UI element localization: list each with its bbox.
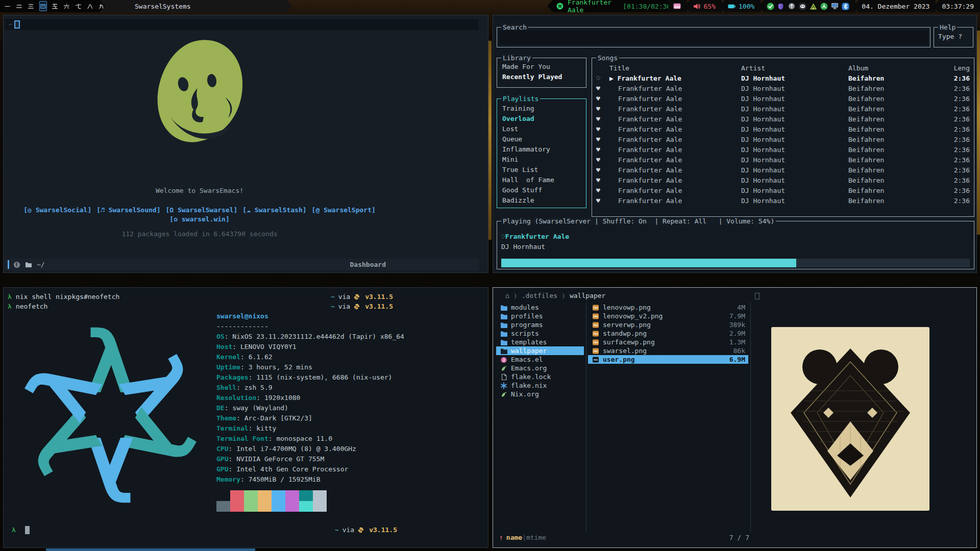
heart-icon[interactable]: ♥ (596, 94, 609, 104)
song-row[interactable]: ♥ Frankfurter Aale DJ Hornhaut Beifahren… (592, 94, 974, 104)
playlist-item[interactable]: Mini (497, 155, 586, 165)
playlist-item[interactable]: Hall of Fame (497, 175, 586, 185)
breadcrumb-segment-current[interactable]: wallpaper (570, 292, 605, 299)
tent-icon[interactable] (810, 3, 817, 10)
date-module[interactable]: 04. Dezember 2023 (852, 0, 936, 12)
directory-item[interactable]: modules (496, 303, 584, 312)
file-item[interactable]: serverwp.png 389k (588, 320, 748, 329)
prompt-lambda: λ (8, 303, 12, 310)
time-module[interactable]: 03:37:29 (933, 0, 980, 12)
progress-bar[interactable] (501, 259, 970, 267)
monitor-icon[interactable] (831, 3, 839, 10)
song-row[interactable]: ♥ Frankfurter Aale DJ Hornhaut Beifahren… (592, 196, 974, 206)
heart-icon[interactable]: ♥ (596, 176, 609, 186)
heart-outline-icon[interactable]: ♡ (596, 73, 609, 84)
emacs-tab-bar[interactable]: ⌐ (5, 19, 479, 30)
col-length[interactable]: Leng (941, 63, 970, 73)
breadcrumb-segment[interactable]: .dotfiles (522, 292, 557, 299)
file-item[interactable]: user.png 6.9M (588, 355, 748, 364)
dashboard-link[interactable]: [✿ swarsel.win] (4, 215, 396, 223)
heart-icon[interactable]: ♥ (596, 84, 609, 94)
workspace-4[interactable] (39, 1, 47, 11)
dashboard-button[interactable]: [Ω SwarselSwarsel] (165, 206, 237, 214)
song-row[interactable]: ♥ Frankfurter Aale DJ Hornhaut Beifahren… (592, 124, 974, 135)
discord-icon[interactable] (799, 3, 806, 10)
song-row[interactable]: ♥ Frankfurter Aale DJ Hornhaut Beifahren… (592, 114, 974, 124)
sort-mode[interactable]: name (506, 534, 522, 541)
media-player-module[interactable]: Frankfurter Aale [01:38/02:36] (547, 0, 684, 12)
directory-item[interactable]: scripts (496, 329, 584, 338)
workspace-3[interactable] (28, 1, 35, 11)
playlist-item[interactable]: Queue (497, 134, 586, 144)
heart-icon[interactable]: ♥ (596, 124, 609, 135)
song-row[interactable]: ♥ Frankfurter Aale DJ Hornhaut Beifahren… (592, 104, 974, 114)
playlist-item[interactable]: Good Stuff (497, 185, 586, 195)
heart-icon[interactable]: ♥ (596, 104, 609, 114)
keepass-icon[interactable] (788, 3, 796, 10)
directory-item[interactable]: Emacs.el (496, 355, 584, 364)
col-album[interactable]: Album (848, 63, 941, 73)
wheel-icon[interactable] (820, 3, 828, 10)
library-item[interactable]: Made For You (497, 62, 586, 72)
volume-module[interactable]: 65% (684, 0, 722, 12)
heart-icon[interactable]: ♥ (596, 135, 609, 145)
col-title[interactable]: Title (609, 63, 741, 73)
directory-item[interactable]: programs (496, 320, 584, 329)
playlist-item[interactable]: Badizzle (497, 195, 586, 206)
library-item[interactable]: Recently Played (497, 72, 586, 82)
workspace-1[interactable] (4, 1, 11, 11)
workspace-7[interactable] (75, 1, 82, 11)
song-row[interactable]: ♥ Frankfurter Aale DJ Hornhaut Beifahren… (592, 84, 974, 94)
dashboard-button[interactable]: [♬ SwarselSound] (96, 206, 160, 214)
playlist-item[interactable]: True List (497, 165, 586, 175)
song-row[interactable]: ♥ Frankfurter Aale DJ Hornhaut Beifahren… (592, 155, 974, 165)
song-row[interactable]: ♥ Frankfurter Aale DJ Hornhaut Beifahren… (592, 165, 974, 176)
sort-alt-mode[interactable]: mtime (526, 534, 546, 541)
playlist-item[interactable]: Overload (497, 114, 586, 124)
battery-module[interactable]: 100% (719, 0, 761, 12)
song-row[interactable]: ♥ Frankfurter Aale DJ Hornhaut Beifahren… (592, 145, 974, 155)
heart-icon[interactable]: ♥ (596, 186, 609, 196)
workspace-6[interactable] (63, 1, 70, 11)
directory-item[interactable]: templates (496, 338, 584, 346)
bluetooth-icon[interactable] (842, 3, 849, 10)
directory-item[interactable]: flake.lock (496, 372, 584, 381)
directory-item[interactable]: wallpaper (496, 346, 584, 355)
heart-icon[interactable]: ♥ (596, 114, 609, 124)
file-item[interactable]: surfacewp.png 1.3M (588, 338, 748, 346)
playlist-item[interactable]: Inflammatory (497, 144, 586, 155)
dashboard-button[interactable]: [☁ SwarselStash] (242, 206, 306, 214)
directory-item[interactable]: flake.nix (496, 381, 584, 390)
col-artist[interactable]: Artist (741, 63, 848, 73)
song-row[interactable]: ♥ Frankfurter Aale DJ Hornhaut Beifahren… (592, 135, 974, 145)
song-row[interactable]: ♥ Frankfurter Aale DJ Hornhaut Beifahren… (592, 176, 974, 186)
workspace-8[interactable] (86, 1, 93, 11)
file-name: surfacewp.png (603, 338, 655, 346)
playlist-item[interactable]: Lost (497, 124, 586, 134)
heart-icon[interactable]: ♥ (596, 145, 609, 155)
dashboard-button[interactable]: [◎ SwarselSocial] (23, 206, 91, 214)
dashboard-button[interactable]: [@ SwarselSport] (312, 206, 376, 214)
search-box[interactable]: Search (497, 27, 930, 47)
shield-icon[interactable] (777, 3, 785, 10)
heart-icon[interactable]: ♥ (596, 165, 609, 176)
directory-item[interactable]: profiles (496, 312, 584, 320)
directory-item[interactable]: Emacs.org (496, 364, 584, 372)
directory-item[interactable]: Nix.org (496, 390, 584, 398)
workspace-5[interactable] (52, 1, 59, 11)
workspace-2[interactable] (16, 1, 23, 11)
file-item[interactable]: lenovowp.png 4M (588, 303, 748, 312)
search-input[interactable] (499, 30, 928, 44)
song-row-current[interactable]: ♡ ▶ Frankfurter Aale DJ Hornhaut Beifahr… (592, 73, 974, 84)
check-circle-icon[interactable] (767, 3, 774, 10)
playlist-item[interactable]: Training (497, 104, 586, 114)
link-icon: ✿ (174, 215, 178, 223)
terminal-content[interactable]: λnix shell nixpkgs#neofetch ~viav3.11.5 … (8, 292, 484, 543)
heart-icon[interactable]: ♥ (596, 155, 609, 165)
file-item[interactable]: swarsel.png 86k (588, 346, 748, 355)
song-row[interactable]: ♥ Frankfurter Aale DJ Hornhaut Beifahren… (592, 186, 974, 196)
file-item[interactable]: lenovowp_v2.png 7.9M (588, 312, 748, 320)
home-icon[interactable]: ⌂ (505, 292, 509, 299)
heart-icon[interactable]: ♥ (596, 196, 609, 206)
file-item[interactable]: standwp.png 2.9M (588, 329, 748, 338)
